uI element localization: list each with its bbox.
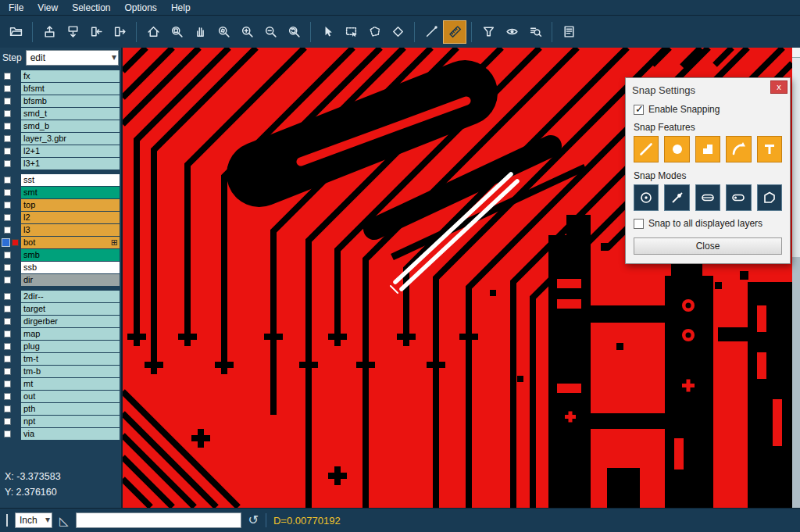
command-input[interactable] [76, 512, 241, 528]
scrollbar-thumb[interactable] [792, 58, 800, 257]
layer-row-sst[interactable]: sst [0, 174, 121, 186]
layer-visibility-checkbox[interactable] [4, 277, 11, 284]
layer-row-target[interactable]: target [0, 303, 121, 315]
layer-row-bot[interactable]: bot⊞ [0, 237, 121, 248]
close-button[interactable]: Close [634, 237, 782, 255]
measure-shape-button[interactable] [386, 20, 409, 44]
dialog-close-icon[interactable]: x [770, 80, 788, 94]
layer-row-dirgerber[interactable]: dirgerber [0, 316, 121, 327]
layer-visibility-checkbox[interactable] [4, 202, 11, 209]
layer-row-pth[interactable]: pth [0, 403, 121, 415]
layer-row-layer_3.gbr[interactable]: layer_3.gbr [0, 133, 121, 145]
layer-row-ssb[interactable]: ssb [0, 262, 121, 273]
layer-visibility-checkbox[interactable] [4, 430, 11, 437]
layer-row-smt[interactable]: smt [0, 187, 121, 198]
scroll-up-button[interactable] [792, 48, 800, 58]
layer-visibility-checkbox[interactable] [4, 110, 11, 117]
layer-visibility-checkbox[interactable] [4, 85, 11, 92]
layer-visibility-checkbox[interactable] [4, 123, 11, 130]
snap-mode-center-button[interactable] [634, 184, 659, 211]
snap-feature-line-button[interactable] [634, 136, 659, 162]
layer-row-bfsmt[interactable]: bfsmt [0, 83, 121, 95]
menu-item-file[interactable]: File [2, 2, 30, 14]
layer-visibility-checkbox[interactable] [4, 305, 11, 312]
layer-visibility-checkbox[interactable] [2, 238, 10, 247]
unit-select[interactable]: Inch [15, 512, 52, 528]
layer-row-2dir--[interactable]: 2dir-- [0, 291, 121, 302]
layer-visibility-checkbox[interactable] [4, 368, 11, 375]
angle-tool-icon[interactable]: ◺ [59, 515, 69, 527]
snap-all-layers-checkbox[interactable] [634, 219, 644, 229]
menu-item-options[interactable]: Options [118, 2, 164, 14]
layer-visibility-checkbox[interactable] [4, 393, 11, 400]
report-button[interactable] [557, 20, 580, 44]
layer-row-tm-b[interactable]: tm-b [0, 366, 121, 377]
layer-visibility-checkbox[interactable] [4, 177, 11, 184]
layer-visibility-checkbox[interactable] [4, 214, 11, 221]
layer-row-top[interactable]: top [0, 199, 121, 211]
layer-visibility-checkbox[interactable] [4, 252, 11, 259]
layer-visibility-checkbox[interactable] [4, 355, 11, 362]
zoom-reset-button[interactable] [282, 20, 305, 44]
pcb-canvas[interactable]: Snap Settings x Enable Snapping Snap Fea… [123, 48, 800, 508]
layer-row-plug[interactable]: plug [0, 341, 121, 352]
layer-row-tm-t[interactable]: tm-t [0, 353, 121, 365]
layer-visibility-checkbox[interactable] [4, 343, 11, 350]
layer-row-l3[interactable]: l3 [0, 224, 121, 236]
line-measure-button[interactable] [420, 20, 443, 44]
layer-visibility-checkbox[interactable] [4, 148, 11, 155]
layer-row-smb[interactable]: smb [0, 249, 121, 261]
home-view-button[interactable] [141, 20, 165, 44]
layer-visibility-checkbox[interactable] [4, 318, 11, 325]
enable-snapping-checkbox[interactable] [634, 105, 644, 115]
layer-visibility-checkbox[interactable] [4, 380, 11, 387]
layer-visibility-checkbox[interactable] [4, 227, 11, 234]
layer-visibility-checkbox[interactable] [4, 264, 11, 271]
import-down-button[interactable] [61, 20, 84, 44]
layer-row-smd_t[interactable]: smd_t [0, 108, 121, 120]
select-rectangle-button[interactable] [339, 20, 362, 44]
menu-item-selection[interactable]: Selection [65, 2, 117, 14]
zoom-polygon-button[interactable] [212, 20, 235, 44]
layer-row-npt[interactable]: npt [0, 416, 121, 427]
find-button[interactable] [523, 20, 547, 44]
menu-item-help[interactable]: Help [164, 2, 198, 14]
layer-visibility-checkbox[interactable] [4, 418, 11, 425]
export-right-button[interactable] [108, 20, 131, 44]
layer-row-map[interactable]: map [0, 328, 121, 340]
layer-row-dir[interactable]: dir [0, 274, 121, 286]
snap-mode-point-button[interactable] [664, 184, 689, 211]
export-up-button[interactable] [38, 20, 61, 44]
zoom-window-button[interactable] [165, 20, 188, 44]
snap-feature-arc-button[interactable] [726, 136, 751, 162]
vertical-scrollbar[interactable] [792, 48, 800, 508]
refresh-icon[interactable]: ↺ [248, 514, 259, 527]
layer-row-l2[interactable]: l2 [0, 212, 121, 223]
pan-button[interactable] [188, 20, 212, 44]
step-select[interactable]: edit [26, 50, 119, 66]
snap-feature-text-button[interactable] [757, 136, 782, 162]
layer-visibility-checkbox[interactable] [4, 189, 11, 196]
snap-mode-outline-button[interactable] [757, 184, 782, 211]
import-left-button[interactable] [84, 20, 108, 44]
snap-mode-slot-button[interactable] [695, 184, 720, 211]
layer-visibility-checkbox[interactable] [4, 73, 11, 80]
select-button[interactable] [316, 20, 339, 44]
layer-row-via[interactable]: via [0, 428, 121, 440]
filter-button[interactable] [477, 20, 500, 44]
layer-row-fx[interactable]: fx [0, 70, 121, 82]
snap-mode-slot-end-button[interactable] [726, 184, 751, 211]
layer-row-mt[interactable]: mt [0, 378, 121, 390]
layer-visibility-checkbox[interactable] [4, 405, 11, 412]
ruler-button[interactable] [443, 20, 466, 44]
layer-visibility-checkbox[interactable] [4, 293, 11, 300]
layer-row-out[interactable]: out [0, 391, 121, 402]
layer-row-bfsmb[interactable]: bfsmb [0, 95, 121, 107]
select-polygon-button[interactable] [362, 20, 386, 44]
snap-feature-pad-button[interactable] [664, 136, 689, 162]
layer-row-l3+1[interactable]: l3+1 [0, 158, 121, 170]
layer-visibility-checkbox[interactable] [4, 98, 11, 105]
open-button[interactable] [4, 20, 27, 44]
layer-visibility-checkbox[interactable] [4, 330, 11, 337]
layer-visibility-checkbox[interactable] [4, 160, 11, 167]
